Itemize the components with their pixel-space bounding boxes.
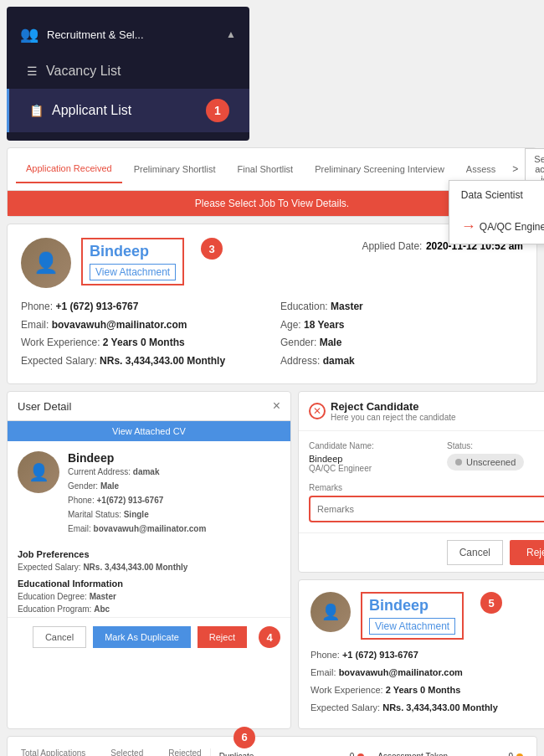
stats-section: Total Applications 8 Selected 0 Rejected…: [7, 736, 537, 756]
sidebar: 👥 Recruitment & Sel... ▲ ☰ Vacancy List …: [7, 7, 249, 141]
remarks-field: Remarks: [309, 483, 544, 522]
stats-item-value: 0: [508, 748, 523, 756]
modal-cancel-button[interactable]: Cancel: [33, 626, 86, 648]
gender-field: Gender: Male: [280, 334, 523, 352]
phone-value: +1 (672) 913-6767: [55, 301, 138, 312]
tab-preliminary-shortlist[interactable]: Preliminary Shortlist: [124, 156, 226, 183]
candidate-name-label: Candidate Name:: [309, 441, 434, 450]
right-view-attachment[interactable]: View Attachment: [369, 618, 455, 635]
stats-col-1: Duplicate0Preliminary Shortlisted0Final …: [219, 748, 365, 756]
educational-info-title: Educational Information: [8, 575, 290, 592]
user-detail-title: User Detail: [18, 400, 71, 413]
sidebar-item-vacancy[interactable]: ☰ Vacancy List: [7, 54, 249, 89]
modal-reject-button[interactable]: Reject: [198, 626, 247, 648]
stats-item-label: Assessment Taken: [377, 748, 448, 756]
stats-left: Total Applications 8 Selected 0 Rejected…: [21, 748, 202, 756]
salary-label: Expected Salary:: [21, 355, 97, 367]
right-email: Email: bovavawuh@mailinator.com: [310, 664, 544, 681]
reject-subtitle: Here you can reject the candidate: [331, 413, 456, 422]
alert-text: Please Select Job To View Details.: [195, 198, 349, 209]
job-option-qa-label: QA/QC Engineer: [480, 221, 544, 233]
tabs-section: Application Received Preliminary Shortli…: [7, 147, 537, 217]
applicant-name: Bindeep: [90, 243, 176, 260]
modal-close-icon[interactable]: ×: [273, 399, 280, 414]
job-dropdown: Data Scientist → QA/QC Engineer: [449, 180, 544, 244]
education-value: Master: [331, 301, 363, 312]
modal-user-header: User Detail ×: [8, 392, 290, 421]
gender-value: Male: [320, 337, 342, 348]
candidate-name-field: Candidate Name: Bindeep QA/QC Engineer: [309, 441, 434, 473]
card-header: 👤 Bindeep View Attachment 3 Applied Date…: [21, 238, 523, 288]
modal-user-details: Current Address: damak Gender: Male Phon…: [68, 465, 206, 536]
sidebar-header: 👥 Recruitment & Sel... ▲: [7, 15, 249, 54]
right-column: ✕ Reject Candidate Here you can reject t…: [298, 391, 544, 729]
right-card-avatar: 👤: [310, 592, 351, 632]
tab-assess[interactable]: Assess: [456, 156, 506, 183]
status-label: Status:: [447, 441, 544, 450]
job-option-data-scientist[interactable]: Data Scientist: [449, 181, 544, 209]
select-job-wrapper: Select active job ▲ 2 Data Scientist → Q…: [525, 148, 544, 190]
total-applications-stat: Total Applications 8: [21, 748, 85, 756]
job-option-qa-qc[interactable]: → QA/QC Engineer: [449, 209, 544, 244]
applicant-list-label: Applicant List: [52, 103, 131, 118]
section-3-badge: 3: [201, 238, 223, 260]
stats-col-2: Assessment Taken0Interviewed0Reference V…: [377, 748, 523, 756]
section-5-badge: 5: [480, 592, 502, 614]
remarks-input[interactable]: [309, 496, 544, 522]
status-badge: Unscreened: [447, 454, 524, 471]
reject-confirm-button[interactable]: Reject: [510, 540, 544, 565]
clipboard-icon: 📋: [29, 104, 44, 117]
reject-candidate-row: Candidate Name: Bindeep QA/QC Engineer S…: [309, 441, 544, 473]
tabs-bar: Application Received Preliminary Shortli…: [8, 148, 536, 191]
modal-user-name: Bindeep: [68, 451, 206, 465]
modal-phone: Phone: +1(672) 913-6767: [68, 493, 206, 507]
name-box: Bindeep View Attachment: [81, 238, 184, 285]
section-4-badge: 4: [259, 626, 280, 648]
view-attachment-link[interactable]: View Attachment: [90, 264, 176, 280]
phone-label: Phone:: [21, 301, 53, 312]
email-field: Email: bovavawuh@mailinator.com: [21, 316, 264, 335]
card-details-right-col: Education: Master Age: 18 Years Gender: …: [280, 298, 523, 370]
education-program: Education Program: Abc: [8, 604, 290, 617]
modal-avatar: 👤: [18, 451, 59, 493]
right-card-details: Phone: +1 (672) 913-6767 Email: bovavawu…: [310, 646, 544, 717]
view-cv-button[interactable]: View Attached CV: [8, 421, 290, 441]
sidebar-item-applicant[interactable]: 📋 Applicant List 1: [7, 89, 249, 132]
candidate-name-value: Bindeep: [309, 454, 434, 464]
reject-cancel-button[interactable]: Cancel: [447, 540, 503, 565]
stats-right: Duplicate0Preliminary Shortlisted0Final …: [219, 748, 523, 756]
name-attachment-block: Bindeep View Attachment: [81, 238, 184, 285]
applicant-badge: 1: [206, 99, 229, 122]
modal-user-text: Bindeep Current Address: damak Gender: M…: [68, 451, 206, 536]
tab-more-button[interactable]: >: [507, 157, 523, 182]
mark-duplicate-button[interactable]: Mark As Duplicate: [93, 626, 191, 648]
card-details-left-col: Phone: +1 (672) 913-6767 Email: bovavawu…: [21, 298, 264, 370]
rejected-label: Rejected: [168, 748, 201, 756]
address-field: Address: damak: [280, 352, 523, 371]
total-apps-label: Total Applications: [21, 748, 85, 756]
modals-row: User Detail × View Attached CV 👤 Bindeep…: [7, 391, 537, 729]
applied-date-label: Applied Date:: [362, 240, 422, 252]
tab-application-received[interactable]: Application Received: [16, 155, 122, 183]
stats-item-value: 0: [350, 748, 365, 756]
right-phone: Phone: +1 (672) 913-6767: [310, 646, 544, 664]
tab-final-shortlist[interactable]: Final Shortlist: [228, 156, 304, 183]
reject-candidate-modal: ✕ Reject Candidate Here you can reject t…: [298, 391, 544, 573]
work-exp-label: Work Experience:: [21, 337, 100, 348]
education-label: Education:: [280, 301, 328, 312]
reject-title: Reject Candidate: [331, 400, 456, 413]
list-icon: ☰: [27, 64, 38, 78]
applicant-card-right: 👤 Bindeep View Attachment 5 Phone: +1 (6…: [298, 579, 544, 729]
modal-gender: Gender: Male: [68, 479, 206, 493]
rejected-stat: Rejected 0: [168, 748, 201, 756]
right-card-header: 👤 Bindeep View Attachment 5: [310, 592, 544, 640]
work-exp-value: 2 Years 0 Months: [103, 337, 185, 348]
card-left: 👤 Bindeep View Attachment 3: [21, 238, 223, 288]
address-value: damak: [323, 355, 355, 367]
education-field: Education: Master: [280, 298, 523, 316]
reject-title-block: Reject Candidate Here you can reject the…: [331, 400, 456, 422]
stats-row: Assessment Taken0: [377, 748, 523, 756]
job-preferences-salary: Expected Salary: NRs. 3,434,343.00 Month…: [8, 563, 290, 575]
address-label: Address:: [280, 355, 320, 367]
tab-screening-interview[interactable]: Preliminary Screening Interview: [305, 156, 454, 183]
